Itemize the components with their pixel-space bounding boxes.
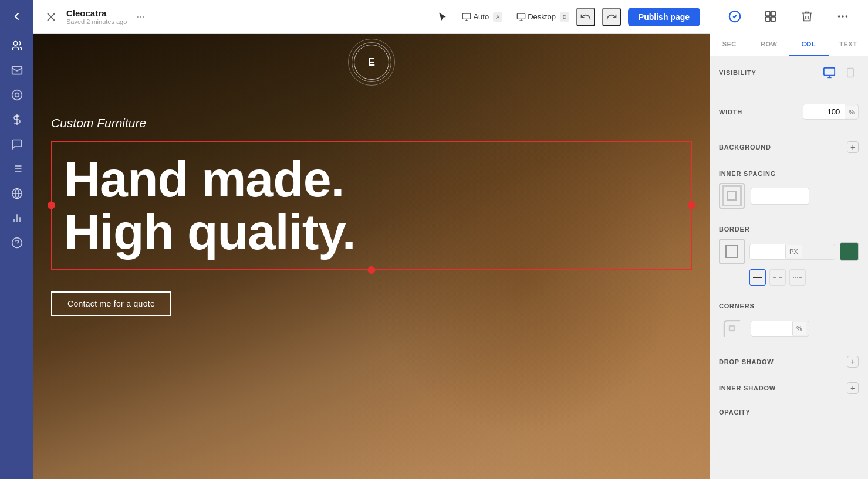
width-input-group: % [803, 104, 859, 120]
background-add-button[interactable]: + [847, 141, 859, 153]
visibility-section: VISIBILITY [710, 56, 868, 96]
hero-cta-button[interactable]: Contact me for a quote [51, 291, 171, 316]
opacity-section: OPACITY [710, 402, 868, 423]
panel-top-icons [710, 0, 868, 33]
drop-shadow-add-button[interactable]: + [847, 356, 859, 368]
title-more-button[interactable]: ··· [136, 11, 145, 23]
svg-point-2 [12, 90, 22, 100]
collapse-nav-button[interactable] [6, 6, 28, 27]
resize-handle-bottom[interactable] [368, 266, 376, 274]
settings-content: VISIBILITY [710, 56, 868, 479]
border-px-input-group: PX [749, 244, 835, 260]
width-section: WIDTH % [710, 96, 868, 134]
border-style-row [749, 269, 859, 286]
border-unit: PX [785, 245, 802, 258]
panel-add-block-icon[interactable] [760, 6, 781, 27]
desktop-mode-tool[interactable]: Desktop D [516, 12, 569, 22]
svg-point-3 [15, 93, 19, 97]
width-row: WIDTH % [719, 104, 859, 120]
hero-headline: Hand made. High quality. [64, 152, 679, 259]
svg-rect-27 [766, 12, 770, 16]
top-bar-actions: Publish page [576, 8, 700, 26]
inner-spacing-label: INNER SPACING [719, 170, 776, 177]
hero-logo: E [354, 45, 389, 80]
svg-rect-20 [463, 13, 471, 19]
spacing-control [719, 183, 859, 209]
width-label: WIDTH [719, 108, 742, 115]
corners-label: CORNERS [719, 303, 755, 310]
cursor-tool[interactable] [437, 12, 448, 22]
settings-panel: SEC ROW COL TEXT VISIBILITY [710, 0, 868, 479]
corners-control: % [719, 315, 859, 341]
nav-revenue-icon[interactable] [6, 109, 28, 130]
corners-unit: % [792, 322, 806, 335]
border-color-swatch[interactable] [840, 242, 859, 261]
desktop-visibility-icon[interactable] [821, 64, 837, 81]
hero-subtitle: Custom Furniture [51, 116, 692, 130]
panel-more-icon[interactable] [832, 6, 853, 27]
hero-content: E Custom Furniture [33, 34, 710, 479]
border-dashed-button[interactable] [769, 269, 786, 286]
left-nav [0, 0, 33, 479]
svg-rect-23 [518, 13, 525, 19]
panel-check-icon[interactable] [724, 6, 745, 27]
inner-shadow-label: INNER SHADOW [719, 385, 776, 392]
undo-button[interactable] [576, 8, 595, 26]
svg-point-32 [842, 15, 844, 18]
mobile-visibility-icon[interactable] [842, 64, 859, 81]
visibility-icons [821, 64, 859, 81]
background-label: BACKGROUND [719, 144, 771, 151]
spacing-icon [719, 183, 745, 209]
page-title-group: Cleocatra Saved 2 minutes ago [66, 8, 127, 25]
canvas-area[interactable]: E Custom Furniture [33, 34, 710, 479]
redo-button[interactable] [602, 8, 621, 26]
view-mode-tools: Auto A Desktop D [437, 12, 569, 22]
nav-globe-icon[interactable] [6, 183, 28, 204]
tab-col[interactable]: COL [789, 33, 829, 56]
save-status: Saved 2 minutes ago [66, 18, 127, 25]
svg-point-31 [838, 15, 840, 18]
border-width-input[interactable] [750, 244, 785, 259]
resize-handle-left[interactable] [48, 202, 55, 209]
background-section: BACKGROUND + [710, 134, 868, 161]
right-panel: SEC ROW COL TEXT VISIBILITY [710, 0, 868, 479]
svg-point-33 [846, 15, 848, 18]
border-controls: PX [719, 239, 859, 286]
svg-point-0 [13, 42, 18, 46]
width-input[interactable] [803, 104, 845, 119]
visibility-label: VISIBILITY [719, 69, 756, 76]
corners-icon [719, 315, 745, 341]
page-name: Cleocatra [66, 8, 127, 18]
tab-text[interactable]: TEXT [829, 33, 869, 56]
auto-mode-tool[interactable]: Auto A [462, 12, 502, 22]
border-dotted-button[interactable] [789, 269, 806, 286]
hero-headline-box[interactable]: Hand made. High quality. [51, 141, 692, 270]
resize-handle-right[interactable] [688, 202, 695, 209]
visibility-row: VISIBILITY [719, 64, 859, 81]
corners-input-group: % [751, 321, 809, 337]
tab-row[interactable]: ROW [749, 33, 789, 56]
svg-rect-28 [771, 12, 775, 16]
border-icon [719, 239, 745, 264]
nav-email-icon[interactable] [6, 60, 28, 81]
nav-lists-icon[interactable] [6, 158, 28, 179]
svg-rect-39 [729, 326, 734, 331]
opacity-label: OPACITY [719, 409, 751, 416]
publish-button[interactable]: Publish page [628, 8, 700, 26]
spacing-input[interactable] [751, 188, 809, 205]
top-bar: Cleocatra Saved 2 minutes ago ··· Auto A [33, 0, 710, 34]
panel-trash-icon[interactable] [796, 6, 818, 27]
svg-rect-30 [771, 17, 775, 21]
border-solid-button[interactable] [749, 269, 766, 286]
border-top-row: PX [719, 239, 859, 264]
nav-users-icon[interactable] [6, 35, 28, 56]
nav-messages-icon[interactable] [6, 134, 28, 155]
nav-reports-icon[interactable] [6, 208, 28, 229]
border-section: BORDER PX [710, 216, 868, 293]
inner-shadow-add-button[interactable]: + [847, 382, 859, 394]
close-editor-button[interactable] [43, 9, 59, 25]
nav-help-icon[interactable] [6, 232, 28, 253]
nav-analytics-icon[interactable] [6, 84, 28, 106]
tab-sec[interactable]: SEC [710, 33, 749, 56]
corners-input[interactable] [751, 321, 792, 336]
